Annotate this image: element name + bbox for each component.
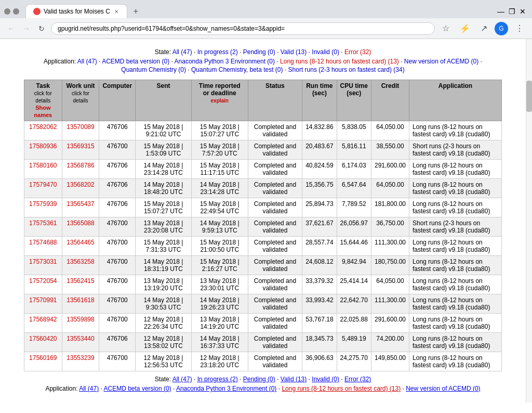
table-row: 17575361 13565088 476700 13 May 2018 | 2… [24, 217, 502, 237]
workunit-cell: 13562415 [62, 275, 99, 294]
app-shortruns-link[interactable]: Short runs (2-3 hours on fastest card) (… [288, 66, 405, 73]
runtime-cell: 25,894.73 [302, 198, 337, 217]
profile-button[interactable]: G [495, 22, 508, 35]
task-link[interactable]: 17572054 [29, 277, 57, 285]
vertical-scrollbar[interactable] [526, 39, 532, 403]
b-state-pending[interactable]: Pending (0) [243, 376, 275, 383]
computer-cell: 476700 [99, 352, 136, 371]
status-cell: Completed and validated [248, 352, 302, 371]
state-inprogress-link[interactable]: In progress (2) [197, 48, 238, 56]
state-invalid-link[interactable]: Invalid (0) [312, 48, 339, 56]
share-button[interactable]: ↗ [477, 21, 490, 35]
workunit-link[interactable]: 13561618 [66, 296, 94, 304]
refresh-button[interactable]: ↻ [36, 22, 47, 35]
app-all-link[interactable]: All (47) [77, 58, 97, 65]
extensions-button[interactable]: ⚡ [457, 21, 473, 35]
show-names-link[interactable]: Show names [34, 105, 52, 118]
b-app-acemd[interactable]: ACEMD beta version (0) [104, 385, 171, 392]
app-anaconda-link[interactable]: Anaconda Python 3 Environment (0) [175, 58, 275, 65]
workunit-link[interactable]: 13565437 [66, 200, 94, 208]
b-state-inprogress[interactable]: In progress (2) [197, 376, 238, 383]
task-link[interactable]: 17582062 [29, 123, 57, 131]
task-link[interactable]: 17580936 [29, 143, 57, 150]
status-cell: Completed and validated [248, 140, 302, 160]
tab-close-button[interactable]: ✕ [113, 9, 119, 15]
window-close-button[interactable]: ✕ [520, 7, 526, 16]
window-app-icon[interactable] [13, 8, 19, 15]
b-app-all[interactable]: All (47) [79, 385, 99, 392]
back-button[interactable]: ← [5, 22, 17, 35]
table-row: 17560169 13553239 476700 12 May 2018 | 1… [24, 352, 502, 371]
cputime-cell: 6,547.64 [337, 179, 371, 198]
computer-cell: 476706 [99, 333, 136, 352]
cputime-cell: 6,174.03 [337, 160, 371, 179]
workunit-link[interactable]: 13559898 [66, 316, 94, 323]
bookmark-button[interactable]: ☆ [439, 21, 453, 35]
task-link[interactable]: 17573031 [29, 258, 57, 265]
workunit-link[interactable]: 13553440 [66, 335, 94, 342]
window-minimize-button[interactable]: — [497, 7, 504, 16]
task-link[interactable]: 17568942 [29, 316, 57, 323]
b-state-error[interactable]: Error (32) [344, 376, 371, 383]
app-acemd-beta-link[interactable]: ACEMD beta version (0) [102, 58, 169, 65]
b-app-longruns[interactable]: Long runs (8-12 hours on fastest card) (… [282, 385, 401, 392]
task-link[interactable]: 17579470 [29, 181, 57, 188]
task-link[interactable]: 17574688 [29, 239, 57, 246]
workunit-link[interactable]: 13564465 [66, 239, 94, 246]
credit-cell: 64,050.00 [371, 275, 409, 294]
application-cell: Long runs (8-12 hours on fastest card) v… [409, 256, 502, 275]
state-pending-link[interactable]: Pending (0) [243, 48, 275, 56]
app-qchem-beta-link[interactable]: Quantum Chemistry, beta test (0) [191, 66, 283, 73]
workunit-link[interactable]: 13570089 [66, 123, 94, 131]
task-link[interactable]: 17575939 [29, 200, 57, 208]
url-bar[interactable] [51, 22, 435, 35]
menu-button[interactable]: ⋮ [512, 21, 527, 35]
workunit-link[interactable]: 13568786 [66, 162, 94, 169]
state-all-link[interactable]: All (47) [172, 48, 192, 56]
table-row: 17579470 13568202 476706 14 May 2018 | 1… [24, 179, 502, 198]
cputime-cell: 15,644.46 [337, 237, 371, 256]
b-state-all[interactable]: All (47) [172, 376, 192, 383]
b-state-invalid[interactable]: Invalid (0) [312, 376, 339, 383]
workunit-link[interactable]: 13563258 [66, 258, 94, 265]
state-valid-link[interactable]: Valid (13) [281, 48, 307, 56]
col-workunit: Work unitclick for details [62, 80, 99, 121]
reported-cell: 14 May 2018 | 16:37:33 UTC [191, 333, 248, 352]
app-qchem-link[interactable]: Quantum Chemistry (0) [121, 66, 186, 73]
new-tab-button[interactable]: + [129, 5, 142, 18]
page-content: State: All (47) · In progress (2) · Pend… [14, 39, 512, 403]
application-cell: Long runs (8-12 hours on fastest card) v… [409, 121, 502, 140]
status-cell: Completed and validated [248, 217, 302, 237]
col-cputime: CPU time(sec) [337, 80, 371, 121]
application-cell: Long runs (8-12 hours on fastest card) v… [409, 179, 502, 198]
status-cell: Completed and validated [248, 314, 302, 333]
b-state-valid[interactable]: Valid (13) [281, 376, 307, 383]
runtime-cell: 37,621.67 [302, 217, 337, 237]
sent-cell: 14 May 2018 | 18:48:20 UTC [136, 179, 192, 198]
forward-button[interactable]: → [21, 22, 32, 35]
table-row: 17572054 13562415 476700 13 May 2018 | 1… [24, 275, 502, 294]
state-error-link[interactable]: Error (32) [344, 48, 371, 56]
cputime-cell: 25,414.14 [337, 275, 371, 294]
workunit-link[interactable]: 13562415 [66, 277, 94, 285]
active-tab[interactable]: Valid tasks for Moises C ✕ [25, 4, 127, 18]
credit-cell: 111,300.00 [371, 294, 409, 314]
workunit-link[interactable]: 13569315 [66, 143, 94, 150]
b-app-newacemd[interactable]: New version of ACEMD (0) [406, 385, 480, 392]
table-row: 17575939 13565437 476706 15 May 2018 | 1… [24, 198, 502, 217]
task-link[interactable]: 17560420 [29, 335, 57, 342]
window-minimize-icon[interactable] [4, 8, 10, 15]
task-link[interactable]: 17580160 [29, 162, 57, 169]
task-link[interactable]: 17560169 [29, 354, 57, 362]
workunit-link[interactable]: 13568202 [66, 181, 94, 188]
app-newacemd-link[interactable]: New version of ACEMD (0) [404, 58, 478, 65]
window-restore-button[interactable]: ❐ [509, 7, 515, 16]
workunit-link[interactable]: 13553239 [66, 354, 94, 362]
workunit-cell: 13564465 [62, 237, 99, 256]
app-longruns-link[interactable]: Long runs (8-12 hours on fastest card) (… [280, 58, 399, 65]
task-link[interactable]: 17575361 [29, 220, 57, 227]
b-app-anaconda[interactable]: Anaconda Python 3 Environment (0) [176, 385, 276, 392]
credit-cell: 181,800.00 [371, 198, 409, 217]
task-link[interactable]: 17570991 [29, 296, 57, 304]
workunit-link[interactable]: 13565088 [66, 220, 94, 227]
